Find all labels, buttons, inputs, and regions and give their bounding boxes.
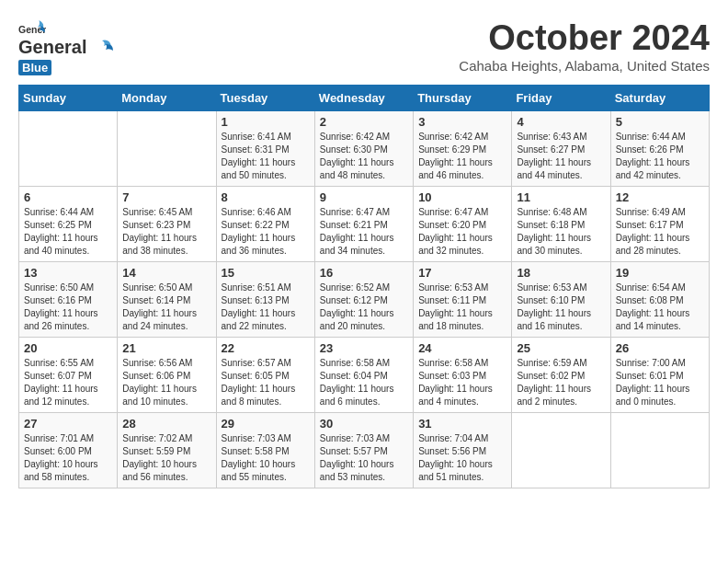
cell-content: Sunrise: 6:58 AM Sunset: 6:03 PM Dayligh… [418, 357, 506, 408]
calendar-week-row: 20Sunrise: 6:55 AM Sunset: 6:07 PM Dayli… [19, 338, 710, 413]
cell-content: Sunrise: 6:47 AM Sunset: 6:21 PM Dayligh… [320, 206, 408, 258]
day-number: 23 [320, 341, 408, 355]
calendar-cell: 26Sunrise: 7:00 AM Sunset: 6:01 PM Dayli… [610, 338, 709, 413]
cell-content: Sunrise: 6:56 AM Sunset: 6:06 PM Dayligh… [122, 357, 210, 408]
weekday-header-tuesday: Tuesday [216, 86, 314, 111]
day-number: 17 [418, 266, 506, 280]
day-number: 20 [24, 341, 112, 355]
calendar-cell: 1Sunrise: 6:41 AM Sunset: 6:31 PM Daylig… [216, 111, 314, 187]
cell-content: Sunrise: 6:48 AM Sunset: 6:18 PM Dayligh… [517, 206, 605, 258]
calendar-cell: 21Sunrise: 6:56 AM Sunset: 6:06 PM Dayli… [118, 338, 216, 413]
cell-content: Sunrise: 6:43 AM Sunset: 6:27 PM Dayligh… [517, 131, 605, 182]
weekday-header-sunday: Sunday [19, 86, 118, 111]
day-number: 30 [320, 417, 408, 431]
calendar-cell: 29Sunrise: 7:03 AM Sunset: 5:58 PM Dayli… [216, 413, 314, 488]
cell-content: Sunrise: 7:01 AM Sunset: 6:00 PM Dayligh… [24, 432, 112, 484]
calendar-cell: 4Sunrise: 6:43 AM Sunset: 6:27 PM Daylig… [512, 111, 610, 187]
page-header: General General Blue October 2024 Cahaba… [18, 18, 710, 75]
calendar-cell: 9Sunrise: 6:47 AM Sunset: 6:21 PM Daylig… [314, 187, 413, 262]
calendar-week-row: 1Sunrise: 6:41 AM Sunset: 6:31 PM Daylig… [19, 111, 710, 187]
cell-content: Sunrise: 6:53 AM Sunset: 6:11 PM Dayligh… [418, 282, 506, 333]
cell-content: Sunrise: 6:54 AM Sunset: 6:08 PM Dayligh… [616, 282, 704, 333]
calendar-cell: 16Sunrise: 6:52 AM Sunset: 6:12 PM Dayli… [314, 262, 413, 338]
cell-content: Sunrise: 7:04 AM Sunset: 5:56 PM Dayligh… [418, 432, 506, 484]
calendar-cell [118, 111, 216, 187]
day-number: 9 [320, 190, 408, 204]
weekday-header-monday: Monday [118, 86, 216, 111]
day-number: 3 [418, 115, 506, 129]
calendar-cell: 13Sunrise: 6:50 AM Sunset: 6:16 PM Dayli… [19, 262, 118, 338]
weekday-header-friday: Friday [512, 86, 610, 111]
title-block: October 2024 Cahaba Heights, Alabama, Un… [459, 18, 710, 74]
calendar-cell: 5Sunrise: 6:44 AM Sunset: 6:26 PM Daylig… [610, 111, 709, 187]
calendar-cell: 2Sunrise: 6:42 AM Sunset: 6:30 PM Daylig… [314, 111, 413, 187]
calendar-cell: 10Sunrise: 6:47 AM Sunset: 6:20 PM Dayli… [414, 187, 512, 262]
weekday-header-thursday: Thursday [414, 86, 512, 111]
cell-content: Sunrise: 7:03 AM Sunset: 5:57 PM Dayligh… [320, 432, 408, 484]
logo-bird-graphic [89, 39, 115, 57]
month-title: October 2024 [459, 18, 710, 58]
cell-content: Sunrise: 6:53 AM Sunset: 6:10 PM Dayligh… [517, 282, 605, 333]
calendar-cell: 27Sunrise: 7:01 AM Sunset: 6:00 PM Dayli… [19, 413, 118, 488]
cell-content: Sunrise: 7:00 AM Sunset: 6:01 PM Dayligh… [616, 357, 704, 408]
day-number: 12 [616, 190, 704, 204]
cell-content: Sunrise: 7:02 AM Sunset: 5:59 PM Dayligh… [122, 432, 210, 484]
calendar-cell: 15Sunrise: 6:51 AM Sunset: 6:13 PM Dayli… [216, 262, 314, 338]
day-number: 18 [517, 266, 605, 280]
day-number: 28 [122, 417, 210, 431]
day-number: 10 [418, 190, 506, 204]
calendar-cell: 18Sunrise: 6:53 AM Sunset: 6:10 PM Dayli… [512, 262, 610, 338]
calendar-week-row: 6Sunrise: 6:44 AM Sunset: 6:25 PM Daylig… [19, 187, 710, 262]
cell-content: Sunrise: 6:52 AM Sunset: 6:12 PM Dayligh… [320, 282, 408, 333]
calendar-cell: 20Sunrise: 6:55 AM Sunset: 6:07 PM Dayli… [19, 338, 118, 413]
day-number: 11 [517, 190, 605, 204]
calendar-cell: 11Sunrise: 6:48 AM Sunset: 6:18 PM Dayli… [512, 187, 610, 262]
day-number: 5 [616, 115, 704, 129]
cell-content: Sunrise: 6:42 AM Sunset: 6:30 PM Dayligh… [320, 131, 408, 182]
location-subtitle: Cahaba Heights, Alabama, United States [459, 58, 710, 74]
day-number: 19 [616, 266, 704, 280]
calendar-cell: 19Sunrise: 6:54 AM Sunset: 6:08 PM Dayli… [610, 262, 709, 338]
cell-content: Sunrise: 6:45 AM Sunset: 6:23 PM Dayligh… [122, 206, 210, 258]
calendar-cell: 6Sunrise: 6:44 AM Sunset: 6:25 PM Daylig… [19, 187, 118, 262]
calendar-header-row: SundayMondayTuesdayWednesdayThursdayFrid… [19, 86, 710, 111]
cell-content: Sunrise: 6:57 AM Sunset: 6:05 PM Dayligh… [222, 357, 310, 408]
day-number: 26 [616, 341, 704, 355]
day-number: 13 [24, 266, 112, 280]
day-number: 25 [517, 341, 605, 355]
day-number: 7 [122, 190, 210, 204]
cell-content: Sunrise: 6:50 AM Sunset: 6:16 PM Dayligh… [24, 282, 112, 333]
calendar-week-row: 13Sunrise: 6:50 AM Sunset: 6:16 PM Dayli… [19, 262, 710, 338]
day-number: 1 [222, 115, 310, 129]
calendar-cell: 24Sunrise: 6:58 AM Sunset: 6:03 PM Dayli… [414, 338, 512, 413]
calendar-cell [512, 413, 610, 488]
calendar-cell: 17Sunrise: 6:53 AM Sunset: 6:11 PM Dayli… [414, 262, 512, 338]
cell-content: Sunrise: 6:46 AM Sunset: 6:22 PM Dayligh… [222, 206, 310, 258]
day-number: 29 [222, 417, 310, 431]
calendar-cell: 14Sunrise: 6:50 AM Sunset: 6:14 PM Dayli… [118, 262, 216, 338]
calendar-cell [610, 413, 709, 488]
day-number: 4 [517, 115, 605, 129]
calendar-cell: 28Sunrise: 7:02 AM Sunset: 5:59 PM Dayli… [118, 413, 216, 488]
calendar-cell: 8Sunrise: 6:46 AM Sunset: 6:22 PM Daylig… [216, 187, 314, 262]
day-number: 6 [24, 190, 112, 204]
cell-content: Sunrise: 6:51 AM Sunset: 6:13 PM Dayligh… [222, 282, 310, 333]
day-number: 24 [418, 341, 506, 355]
calendar-cell: 31Sunrise: 7:04 AM Sunset: 5:56 PM Dayli… [414, 413, 512, 488]
cell-content: Sunrise: 6:50 AM Sunset: 6:14 PM Dayligh… [122, 282, 210, 333]
calendar-table: SundayMondayTuesdayWednesdayThursdayFrid… [18, 85, 710, 488]
cell-content: Sunrise: 6:49 AM Sunset: 6:17 PM Dayligh… [616, 206, 704, 258]
day-number: 2 [320, 115, 408, 129]
calendar-cell: 7Sunrise: 6:45 AM Sunset: 6:23 PM Daylig… [118, 187, 216, 262]
cell-content: Sunrise: 6:42 AM Sunset: 6:29 PM Dayligh… [418, 131, 506, 182]
calendar-cell: 12Sunrise: 6:49 AM Sunset: 6:17 PM Dayli… [610, 187, 709, 262]
day-number: 8 [222, 190, 310, 204]
cell-content: Sunrise: 7:03 AM Sunset: 5:58 PM Dayligh… [222, 432, 310, 484]
calendar-cell [19, 111, 118, 187]
cell-content: Sunrise: 6:59 AM Sunset: 6:02 PM Dayligh… [517, 357, 605, 408]
logo-general-text: General [18, 37, 86, 58]
calendar-cell: 30Sunrise: 7:03 AM Sunset: 5:57 PM Dayli… [314, 413, 413, 488]
calendar-cell: 25Sunrise: 6:59 AM Sunset: 6:02 PM Dayli… [512, 338, 610, 413]
cell-content: Sunrise: 6:44 AM Sunset: 6:25 PM Dayligh… [24, 206, 112, 258]
logo: General General Blue [18, 18, 115, 75]
